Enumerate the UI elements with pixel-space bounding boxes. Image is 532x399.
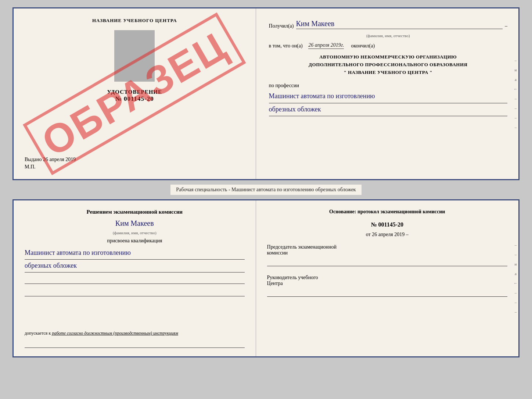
po-professii-label: по профессии [269,83,507,89]
profession-line1: Машинист автомата по изготовлению [269,90,507,103]
komissia-title: Решением экзаменационной комиссии [25,208,245,216]
kvali-block: Машинист автомата по изготовлению обрезн… [25,247,245,273]
osnovanie-label: Основание: протокол экзаменационной коми… [267,208,507,215]
top-cert-right: Получил(а) Ким Макеев – (фамилия, имя, о… [256,8,518,179]
photo-placeholder [114,30,155,82]
top-cert-left: НАЗВАНИЕ УЧЕБНОГО ЦЕНТРА УДОСТОВЕРЕНИЕ №… [14,8,256,179]
org-line2: ДОПОЛНИТЕЛЬНОГО ПРОФЕССИОНАЛЬНОГО ОБРАЗО… [269,61,507,69]
ot-row: от 26 апреля 2019 – [267,232,507,238]
prisvoena-label: присвоена квалификация [25,238,245,244]
name-sublabel: (фамилия, имя, отчество) [269,33,507,38]
bottom-certificate: Решением экзаменационной комиссии Ким Ма… [12,199,520,357]
middle-specialty-label: Рабочая специальность - Машинист автомат… [170,185,361,195]
protocol-number: № 001145-20 [267,221,507,228]
bottom-fio-label: (фамилия, имя, отчество) [25,231,245,235]
org-block: АВТОНОМНУЮ НЕКОММЕРЧЕСКУЮ ОРГАНИЗАЦИЮ ДО… [269,53,507,76]
chairman-label1: Председатель экзаменационной [267,244,507,250]
rukovoditel-sign-line [267,289,507,297]
bottom-cert-right: Основание: протокол экзаменационной коми… [256,200,518,356]
prof-block: по профессии Машинист автомата по изгото… [269,83,507,116]
vydano-date: 26 апреля 2019 [43,157,76,162]
rukovoditel-label1: Руководитель учебного [267,275,507,281]
vtom-row: в том, что он(а) 26 апреля 2019г. окончи… [269,42,507,49]
cert-date: 26 апреля 2019г. [308,42,344,49]
udostoverenie-label: УДОСТОВЕРЕНИЕ [107,89,162,95]
side-decoration: – и a ← – – – – [514,58,518,129]
underline-3 [25,341,245,348]
top-cert-school-name: НАЗВАНИЕ УЧЕБНОГО ЦЕНТРА [92,18,177,24]
chairman-label2: комиссии [267,250,507,256]
okonchil-label: окончил(а) [351,43,375,49]
udostoverenie-number: № 001145-20 [107,95,162,103]
ot-prefix: от [366,232,371,237]
ot-date: 26 апреля 2019 [372,232,405,237]
poluchil-label: Получил(а) [269,23,294,29]
chairman-block: Председатель экзаменационной комиссии [267,244,507,267]
underline-2 [25,289,245,296]
dash-ot: – [406,232,409,237]
kvali-line1: Машинист автомата по изготовлению [25,247,245,260]
dopuskaetsya-prefix: допускается к [25,331,51,336]
profession-line2: обрезных обложек [269,103,507,116]
dopuskaetsya-text: работе согласно должностным (производств… [52,331,178,336]
kvali-line2: обрезных обложек [25,260,245,272]
poluchil-row: Получил(а) Ким Макеев – [269,19,507,29]
vydano-label: Выдано [25,157,42,162]
underline-1 [25,277,245,284]
bottom-recipient-name: Ким Макеев [25,219,245,228]
udostoverenie-block: УДОСТОВЕРЕНИЕ № 001145-20 [107,89,162,103]
top-certificate: НАЗВАНИЕ УЧЕБНОГО ЦЕНТРА УДОСТОВЕРЕНИЕ №… [12,7,520,180]
recipient-name: Ким Макеев [296,19,503,29]
bottom-side-decoration: – – и a ← – – – [514,243,518,314]
dopuskaetsya-block: допускается к работе согласно должностны… [25,330,245,336]
rukovoditel-block: Руководитель учебного Центра [267,275,507,298]
rukovoditel-label2: Центра [267,281,507,286]
org-line3: " НАЗВАНИЕ УЧЕБНОГО ЦЕНТРА " [269,69,507,76]
chairman-sign-line [267,259,507,266]
mp-row: М.П. [25,164,245,170]
vydano-row: Выдано 26 апреля 2019 [25,157,245,163]
bottom-cert-left: Решением экзаменационной комиссии Ким Ма… [14,200,256,356]
vtom-prefix: в том, что он(а) [269,43,303,49]
org-line1: АВТОНОМНУЮ НЕКОММЕРЧЕСКУЮ ОРГАНИЗАЦИЮ [269,53,507,61]
dash-top: – [505,23,507,29]
